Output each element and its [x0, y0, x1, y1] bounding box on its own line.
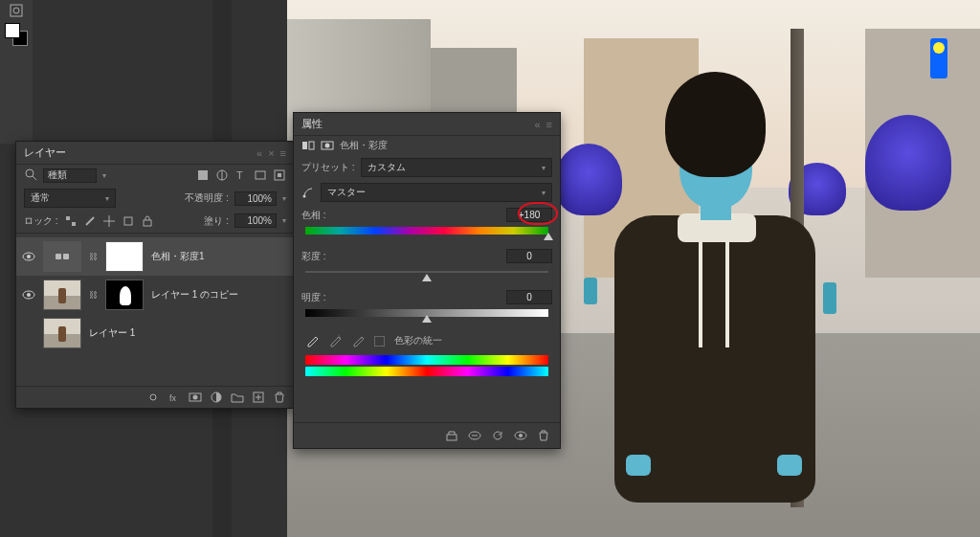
lock-transparency-icon[interactable]	[64, 214, 78, 228]
new-group-icon[interactable]	[231, 391, 244, 404]
svg-point-2	[26, 169, 33, 177]
panel-menu-icon[interactable]: ≡	[280, 147, 286, 159]
panel-close-icon[interactable]: ×	[268, 147, 274, 159]
layer-row[interactable]: ⛓ レイヤー 1 のコピー	[16, 276, 294, 314]
delete-adjustment-icon[interactable]	[537, 429, 550, 442]
clip-to-layer-icon[interactable]	[445, 429, 458, 442]
svg-line-3	[33, 176, 36, 180]
new-layer-icon[interactable]	[252, 391, 265, 404]
lock-artboard-icon[interactable]	[122, 214, 135, 228]
link-icon[interactable]: ⛓	[89, 252, 98, 261]
eyedropper-subtract-icon[interactable]: -	[351, 334, 365, 347]
tools-strip	[0, 0, 33, 144]
layer-filter-kind[interactable]	[43, 168, 97, 183]
colorize-checkbox[interactable]	[374, 336, 385, 347]
lock-all-icon[interactable]	[141, 214, 154, 228]
hue-label: 色相 :	[301, 209, 326, 222]
blend-mode-select[interactable]: 通常 ▾	[24, 189, 116, 208]
delete-layer-icon[interactable]	[273, 391, 286, 404]
svg-rect-13	[144, 220, 151, 226]
chevron-down-icon: ▾	[542, 164, 546, 172]
svg-rect-7	[256, 171, 265, 179]
chevron-down-icon[interactable]: ▾	[102, 171, 106, 180]
filter-shape-icon[interactable]	[254, 168, 267, 182]
properties-panel-title: 属性	[301, 117, 323, 131]
link-layers-icon[interactable]	[146, 391, 160, 404]
layer-mask-thumb[interactable]	[105, 241, 144, 272]
panel-collapse-icon[interactable]: «	[534, 119, 540, 130]
filter-smart-icon[interactable]	[273, 168, 286, 182]
targeted-adjust-icon[interactable]	[301, 186, 315, 199]
filter-pixel-icon[interactable]	[196, 168, 210, 182]
saturation-value-input[interactable]: 0	[506, 249, 552, 263]
layer-name[interactable]: レイヤー 1 のコピー	[151, 288, 238, 302]
quickmask-icon[interactable]	[10, 4, 23, 17]
preset-select[interactable]: カスタム ▾	[361, 158, 552, 177]
search-icon[interactable]	[24, 168, 37, 183]
layer-thumb[interactable]	[43, 280, 81, 310]
hue-value-input[interactable]: +180	[506, 208, 552, 222]
svg-rect-9	[278, 173, 281, 177]
eyedropper-icon[interactable]	[305, 334, 319, 347]
hue-slider[interactable]	[305, 227, 548, 236]
adjustment-thumb[interactable]	[43, 241, 81, 272]
chevron-down-icon[interactable]: ▾	[282, 194, 286, 203]
svg-rect-30	[447, 435, 457, 440]
filter-type-icon[interactable]: T	[234, 168, 248, 182]
visibility-toggle[interactable]	[22, 250, 35, 263]
lightness-label: 明度 :	[301, 291, 326, 304]
lock-pixels-icon[interactable]	[83, 214, 97, 228]
layers-panel-title: レイヤー	[24, 145, 66, 160]
filter-adjust-icon[interactable]	[215, 168, 229, 182]
layer-thumb[interactable]	[43, 318, 81, 348]
visibility-toggle[interactable]	[22, 288, 35, 302]
chevron-down-icon[interactable]: ▾	[282, 216, 286, 225]
svg-point-27	[303, 195, 306, 198]
opacity-input[interactable]: 100%	[234, 191, 277, 206]
photo-traffic-light	[930, 38, 947, 78]
layer-list: ⛓ 色相・彩度1 ⛓ レイヤー 1 のコピー レイヤー 1	[16, 235, 294, 354]
layer-row[interactable]: ⛓ 色相・彩度1	[16, 237, 294, 276]
adjustment-name: 色相・彩度	[340, 139, 388, 152]
hue-shifted-reference-bar	[305, 367, 548, 376]
layer-name[interactable]: 色相・彩度1	[151, 250, 205, 263]
new-adjustment-icon[interactable]	[210, 391, 223, 404]
lock-position-icon[interactable]	[102, 214, 116, 228]
blend-mode-value: 通常	[31, 191, 50, 205]
layer-name[interactable]: レイヤー 1	[89, 326, 135, 340]
mask-icon[interactable]	[321, 139, 334, 152]
lightness-value-input[interactable]: 0	[506, 290, 552, 304]
layer-style-icon[interactable]: fx	[167, 391, 181, 404]
lightness-slider[interactable]	[305, 309, 548, 319]
photo-subject	[603, 72, 823, 531]
photo-pedestrian	[823, 282, 836, 309]
color-range-select[interactable]: マスター ▾	[321, 183, 552, 202]
foreground-color[interactable]	[5, 23, 20, 38]
lock-label: ロック :	[24, 214, 58, 228]
svg-text:fx: fx	[169, 393, 177, 403]
properties-panel-footer	[294, 422, 560, 448]
layers-panel-header[interactable]: レイヤー « × ≡	[16, 142, 294, 165]
toggle-visibility-icon[interactable]	[514, 429, 527, 442]
panel-collapse-icon[interactable]: «	[256, 147, 262, 159]
add-mask-icon[interactable]	[189, 391, 202, 404]
preset-value: カスタム	[368, 161, 406, 174]
layer-mask-thumb[interactable]	[105, 280, 144, 310]
preset-label: プリセット :	[301, 161, 355, 174]
link-icon[interactable]: ⛓	[89, 290, 98, 300]
fill-input[interactable]: 100%	[234, 213, 277, 228]
eyedropper-add-icon[interactable]: +	[328, 334, 342, 347]
colorize-label: 色彩の統一	[394, 334, 442, 347]
fill-label: 塗り :	[204, 214, 229, 228]
svg-rect-4	[198, 170, 208, 180]
view-previous-icon[interactable]	[468, 429, 481, 442]
properties-panel-header[interactable]: 属性 « ≡	[294, 113, 560, 136]
saturation-slider[interactable]	[305, 268, 548, 278]
foreground-background-swatch[interactable]	[5, 23, 28, 46]
panel-menu-icon[interactable]: ≡	[546, 119, 552, 130]
layer-row[interactable]: レイヤー 1	[16, 314, 294, 352]
svg-text:T: T	[236, 169, 243, 181]
svg-rect-23	[302, 142, 307, 149]
reset-icon[interactable]	[491, 429, 504, 442]
chevron-down-icon: ▾	[542, 189, 546, 197]
